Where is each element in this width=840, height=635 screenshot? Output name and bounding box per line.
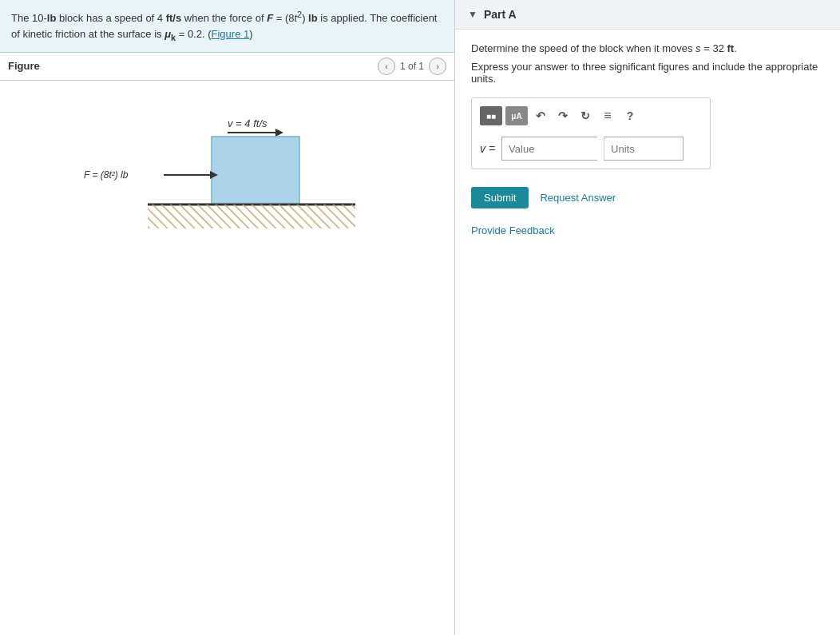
force-label: F = (8t²) lb (84, 169, 129, 181)
figure-nav: ‹ 1 of 1 › (378, 58, 446, 75)
value-input[interactable] (501, 137, 597, 161)
request-answer-link[interactable]: Request Answer (540, 192, 616, 204)
equation-toolbar: ■■ μA ↶ ↷ ↻ ≡ ? (480, 106, 702, 130)
submit-button[interactable]: Submit (471, 187, 529, 208)
equation-box: ■■ μA ↶ ↷ ↻ ≡ ? v = (471, 97, 711, 169)
left-panel: The 10-lb block has a speed of 4 ft/s wh… (0, 0, 455, 635)
help-button[interactable]: ? (620, 106, 640, 125)
refresh-button[interactable]: ↻ (576, 106, 595, 125)
figure-page-count: 1 of 1 (400, 61, 424, 72)
part-toggle[interactable]: ▼ (468, 9, 477, 20)
figure-content: v = 4 ft/s F = (8t²) lb (0, 81, 454, 635)
menu-button[interactable]: ≡ (598, 106, 617, 125)
redo-button[interactable]: ↷ (553, 106, 573, 125)
figure-area: Figure ‹ 1 of 1 › v = 4 ft/s F = (8t²) l… (0, 53, 454, 635)
figure-link[interactable]: Figure 1 (212, 28, 250, 40)
part-label: Part A (484, 8, 517, 21)
units-input[interactable] (604, 137, 683, 161)
action-row: Submit Request Answer (471, 187, 824, 208)
problem-statement: The 10-lb block has a speed of 4 ft/s wh… (0, 0, 454, 53)
question-text: Determine the speed of the block when it… (471, 42, 824, 54)
undo-button[interactable]: ↶ (531, 106, 550, 125)
instruction-text: Express your answer to three significant… (471, 61, 824, 85)
part-a-header: ▼ Part A (455, 0, 840, 30)
input-row: v = (480, 137, 702, 161)
provide-feedback-link[interactable]: Provide Feedback (471, 224, 824, 236)
velocity-arrow-head (275, 129, 283, 137)
right-panel: ▼ Part A Determine the speed of the bloc… (455, 0, 840, 635)
format-btn-1[interactable]: ■■ (480, 106, 502, 125)
figure-header: Figure ‹ 1 of 1 › (0, 53, 454, 81)
prev-figure-button[interactable]: ‹ (378, 58, 395, 75)
format-btn-mu[interactable]: μA (505, 106, 528, 125)
ground-fill (148, 204, 355, 228)
velocity-label: v = 4 ft/s (228, 117, 267, 129)
variable-label: v = (480, 142, 495, 155)
figure-svg: v = 4 ft/s F = (8t²) lb (60, 113, 395, 256)
next-figure-button[interactable]: › (429, 58, 446, 75)
part-a-content: Determine the speed of the block when it… (455, 30, 840, 249)
block-rect (212, 137, 299, 204)
figure-title: Figure (8, 60, 40, 72)
